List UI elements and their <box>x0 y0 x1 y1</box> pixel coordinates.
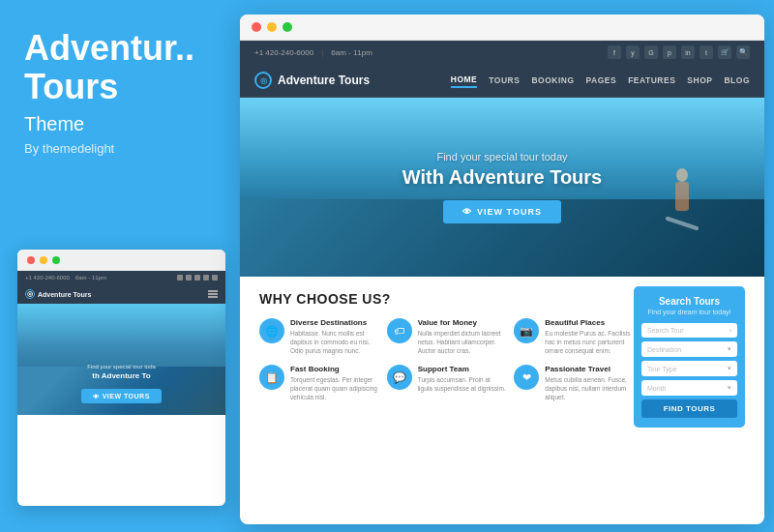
feature-value-money: 🏷 Value for Money Nulla imperdiet dictum… <box>387 318 507 355</box>
support-team-icon: 💬 <box>387 365 412 390</box>
theme-title: Adventur.. Tours <box>24 29 216 105</box>
site-nav-links: HOME TOURS BOOKING PAGES FEATURES SHOP B… <box>451 73 750 88</box>
search-tour-arrow: › <box>729 327 731 334</box>
nav-blog[interactable]: BLOG <box>724 74 750 87</box>
site-hero: Find your special tour today With Advent… <box>240 98 764 277</box>
mini-minimize-dot <box>40 256 47 264</box>
site-logo-icon: ◎ <box>254 72 272 89</box>
nav-home[interactable]: HOME <box>451 73 478 88</box>
feature-name-6: Passionate Travel <box>545 365 634 373</box>
mini-view-tours-button[interactable]: VIEW TOURS <box>81 389 162 403</box>
mini-logo-icon: ◎ <box>25 289 35 299</box>
theme-by: By themedelight <box>24 141 216 156</box>
mini-browser-bar <box>17 250 225 271</box>
features-left: WHY CHOOSE US? 🌐 Diverse Destinations Ha… <box>259 291 634 402</box>
feature-desc-3: Eu molestie Purus ac. Facilisis hac in m… <box>545 329 634 355</box>
left-panel: Adventur.. Tours Theme By themedelight +… <box>0 0 240 532</box>
find-tours-button[interactable]: FIND TOURS <box>641 399 737 418</box>
social-tumblr-icon[interactable]: t <box>700 45 713 59</box>
features-title: WHY CHOOSE US? <box>259 291 634 307</box>
tour-type-placeholder: Tour Type <box>647 366 677 372</box>
site-hours: 6am - 11pm <box>331 48 372 57</box>
beautiful-places-icon: 📷 <box>514 318 539 343</box>
destination-field[interactable]: Destination ▾ <box>641 341 737 357</box>
tour-type-arrow: ▾ <box>728 365 731 372</box>
search-icon[interactable]: 🔍 <box>736 45 750 59</box>
main-close-dot[interactable] <box>252 22 261 32</box>
social-google-icon[interactable]: G <box>644 45 658 59</box>
mini-nav: ◎ Adventure Tours <box>17 284 225 304</box>
features-grid: 🌐 Diverse Destinations Habitasse. Nunc m… <box>259 318 634 402</box>
feature-name-5: Support Team <box>418 365 507 373</box>
social-twitter-icon[interactable]: y <box>626 45 640 59</box>
mini-hero-sub: Find your special tour toda <box>81 364 162 369</box>
main-maximize-dot[interactable] <box>283 22 292 32</box>
main-browser: +1 420-240-6000 | 6am - 11pm f y G p in … <box>240 15 764 524</box>
social-facebook-icon[interactable]: f <box>608 45 621 59</box>
nav-booking[interactable]: BOOKING <box>531 74 574 87</box>
cart-icon[interactable]: 🛒 <box>718 45 731 59</box>
feature-support-team: 💬 Support Team Turpis accumsan. Proin at… <box>387 365 507 401</box>
mini-social-g <box>194 275 200 281</box>
mini-hours: 6am - 11pm <box>75 275 106 281</box>
mini-maximize-dot <box>52 256 60 264</box>
month-field[interactable]: Month ▾ <box>641 380 737 396</box>
hero-text-container: Find your special tour today With Advent… <box>402 151 602 223</box>
mini-social-y <box>186 275 192 281</box>
mini-logo: ◎ Adventure Tours <box>25 289 92 299</box>
eye-icon: 👁 <box>462 207 472 217</box>
mini-social-p <box>203 275 209 281</box>
search-tours-box: Search Tours Find your dream tour today!… <box>634 286 745 428</box>
mini-hamburger-icon[interactable] <box>208 290 218 298</box>
hero-surfer-figure <box>658 165 706 262</box>
tour-type-field[interactable]: Tour Type ▾ <box>641 361 737 376</box>
mini-topbar: +1 420-240-6000 6am - 11pm <box>17 271 225 284</box>
feature-name-4: Fast Booking <box>290 365 379 373</box>
theme-subtitle: Theme <box>24 113 216 135</box>
feature-beautiful-places: 📷 Beautiful Places Eu molestie Purus ac.… <box>514 318 634 355</box>
feature-name-3: Beautiful Places <box>545 318 634 327</box>
mini-social-f <box>177 275 183 281</box>
social-instagram-icon[interactable]: in <box>681 45 695 59</box>
nav-tours[interactable]: TOURS <box>489 74 520 87</box>
feature-desc-1: Habitasse. Nunc mollis est dapibus in co… <box>290 329 379 355</box>
feature-name-1: Diverse Destinations <box>290 318 379 327</box>
feature-desc-5: Turpis accumsan. Proin at ligula suspend… <box>418 375 507 393</box>
mini-hero-text: Find your special tour toda th Adventure… <box>81 364 162 404</box>
search-tour-field[interactable]: Search Tour › <box>641 323 737 338</box>
value-money-icon: 🏷 <box>387 318 412 343</box>
main-browser-bar <box>240 15 764 41</box>
mini-hero-main: th Adventure To <box>81 371 162 380</box>
diverse-destinations-icon: 🌐 <box>259 318 284 343</box>
feature-desc-2: Nulla imperdiet dictum laoreet netus. Ha… <box>418 329 507 355</box>
mini-social-t <box>212 275 218 281</box>
nav-features[interactable]: FEATURES <box>628 74 675 87</box>
search-box-title: Search Tours <box>641 296 737 307</box>
mini-browser-preview: +1 420-240-6000 6am - 11pm ◎ Adventure T… <box>17 250 225 506</box>
features-section: WHY CHOOSE US? 🌐 Diverse Destinations Ha… <box>240 277 764 437</box>
destination-placeholder: Destination <box>647 346 681 353</box>
fast-booking-icon: 📋 <box>259 365 284 390</box>
site-social-links: f y G p in t 🛒 🔍 <box>608 45 750 59</box>
hero-maintext: With Adventure Tours <box>402 166 602 189</box>
nav-shop[interactable]: SHOP <box>687 74 712 87</box>
nav-pages[interactable]: PAGES <box>586 74 617 87</box>
feature-diverse-destinations: 🌐 Diverse Destinations Habitasse. Nunc m… <box>259 318 379 355</box>
site-phone: +1 420-240-6000 <box>254 48 313 57</box>
site-topbar: +1 420-240-6000 | 6am - 11pm f y G p in … <box>240 41 764 64</box>
feature-desc-4: Torquent egestas. Per integer placerat q… <box>290 375 379 401</box>
site-logo-text: Adventure Tours <box>278 74 370 87</box>
mini-phone: +1 420-240-6000 <box>25 275 70 281</box>
main-minimize-dot[interactable] <box>267 22 277 32</box>
social-pinterest-icon[interactable]: p <box>663 45 676 59</box>
hero-view-tours-button[interactable]: 👁 VIEW TOURS <box>443 200 561 223</box>
feature-passionate-travel: ❤ Passionate Travel Metus cubilia aenean… <box>514 365 634 401</box>
feature-fast-booking: 📋 Fast Booking Torquent egestas. Per int… <box>259 365 379 401</box>
hero-btn-label: VIEW TOURS <box>477 207 542 217</box>
search-tour-placeholder: Search Tour <box>647 327 684 334</box>
site-nav: ◎ Adventure Tours HOME TOURS BOOKING PAG… <box>240 64 764 98</box>
mini-topbar-right <box>177 275 218 281</box>
feature-name-2: Value for Money <box>418 318 507 327</box>
svg-rect-1 <box>675 182 689 211</box>
hero-subtext: Find your special tour today <box>402 151 602 163</box>
